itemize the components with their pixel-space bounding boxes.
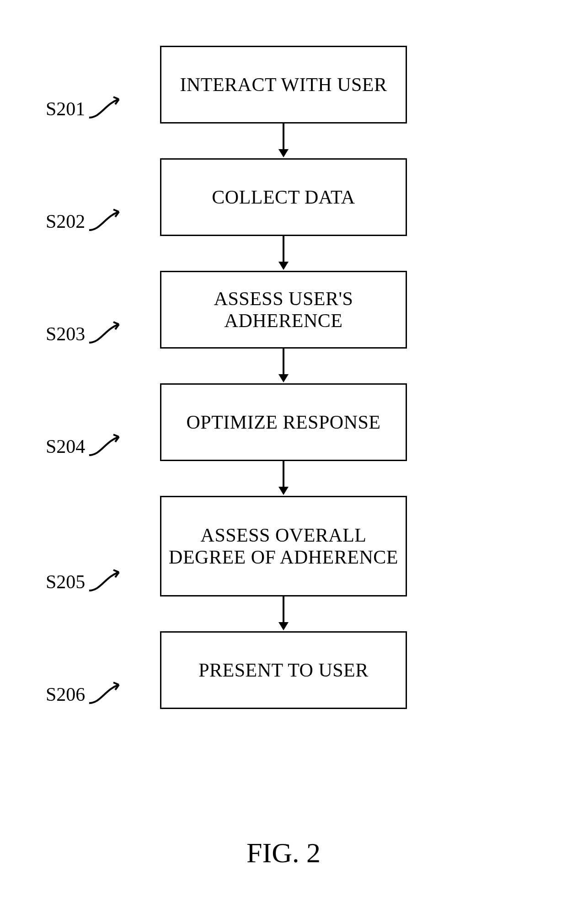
step-label: S203 — [46, 317, 133, 345]
figure-caption: FIG. 2 — [246, 837, 321, 869]
step-label: S204 — [46, 430, 133, 457]
pointer-arrow-icon — [87, 205, 133, 232]
down-arrow-icon — [101, 596, 466, 631]
step-id: S202 — [46, 210, 85, 232]
step-box: OPTIMIZE RESPONSE — [160, 383, 407, 461]
pointer-arrow-icon — [87, 317, 133, 345]
down-arrow-icon — [101, 236, 466, 271]
step-row: S203 ASSESS USER'S ADHERENCE — [101, 271, 466, 349]
down-arrow-icon — [101, 349, 466, 383]
pointer-arrow-icon — [87, 565, 133, 593]
down-arrow-icon — [101, 124, 466, 158]
step-box: PRESENT TO USER — [160, 631, 407, 709]
pointer-arrow-icon — [87, 430, 133, 457]
step-id: S205 — [46, 571, 85, 593]
step-label: S201 — [46, 92, 133, 120]
step-id: S201 — [46, 98, 85, 120]
flowchart: S201 INTERACT WITH USER S202 COLLECT DAT… — [101, 46, 466, 709]
step-row: S202 COLLECT DATA — [101, 158, 466, 236]
step-box: INTERACT WITH USER — [160, 46, 407, 124]
step-box: COLLECT DATA — [160, 158, 407, 236]
step-label: S202 — [46, 205, 133, 232]
down-arrow-icon — [101, 461, 466, 496]
step-id: S203 — [46, 323, 85, 345]
step-box: ASSESS OVERALL DEGREE OF ADHERENCE — [160, 496, 407, 596]
step-box: ASSESS USER'S ADHERENCE — [160, 271, 407, 349]
step-row: S206 PRESENT TO USER — [101, 631, 466, 709]
step-id: S206 — [46, 683, 85, 705]
step-row: S205 ASSESS OVERALL DEGREE OF ADHERENCE — [101, 496, 466, 596]
pointer-arrow-icon — [87, 92, 133, 120]
step-label: S205 — [46, 565, 133, 593]
pointer-arrow-icon — [87, 678, 133, 705]
step-row: S201 INTERACT WITH USER — [101, 46, 466, 124]
step-row: S204 OPTIMIZE RESPONSE — [101, 383, 466, 461]
step-id: S204 — [46, 435, 85, 457]
step-label: S206 — [46, 678, 133, 705]
